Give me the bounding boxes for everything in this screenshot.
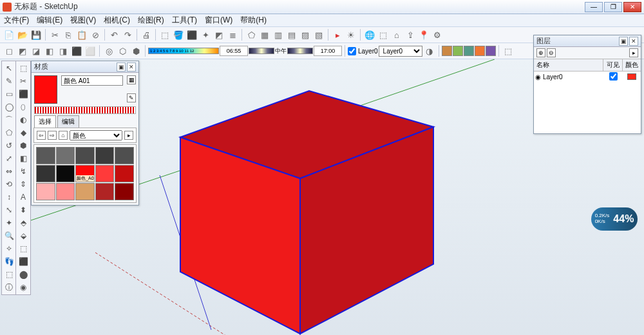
- materials-close-icon[interactable]: ✕: [127, 62, 136, 72]
- style1-icon[interactable]: ◻: [3, 44, 15, 57]
- tool-left_tools1-10[interactable]: ↕: [3, 191, 15, 204]
- tool-left_tools2-2[interactable]: ⬛: [17, 88, 30, 100]
- right-icon[interactable]: ▤: [285, 28, 298, 41]
- left-icon[interactable]: ▧: [312, 28, 325, 41]
- style2-icon[interactable]: ◩: [16, 44, 29, 57]
- tool-left_tools1-9[interactable]: ⟲: [3, 178, 15, 191]
- geo-icon[interactable]: 📍: [417, 28, 430, 41]
- tool-left_tools1-1[interactable]: ✎: [3, 75, 15, 88]
- tool-left_tools2-9[interactable]: ⇕: [17, 178, 30, 191]
- tool-left_tools2-10[interactable]: A: [17, 191, 30, 204]
- material-swatch-6[interactable]: [56, 165, 75, 182]
- print-icon[interactable]: 🖨: [140, 28, 153, 41]
- nav-back-icon[interactable]: ⇦: [37, 131, 46, 140]
- material-swatch-11[interactable]: [56, 183, 75, 200]
- materials-title[interactable]: 材质 ▣ ✕: [32, 61, 138, 73]
- material-swatch-3[interactable]: [95, 147, 115, 164]
- section-icon[interactable]: ◩: [213, 28, 225, 41]
- layers-title[interactable]: 图层 ▣ ✕: [534, 35, 641, 47]
- menu-draw[interactable]: 绘图(R): [138, 15, 164, 26]
- material-swatch-14[interactable]: [115, 183, 134, 200]
- shadow-icon[interactable]: ☀: [345, 28, 357, 41]
- add-layer-icon[interactable]: ⊕: [536, 48, 545, 57]
- undo-icon[interactable]: ↶: [108, 28, 120, 41]
- close-button[interactable]: ✕: [623, 2, 641, 12]
- flag-icon[interactable]: ▸: [331, 28, 344, 41]
- menu-help[interactable]: 帮助(H): [240, 15, 267, 26]
- tool-left_tools1-16[interactable]: ⬚: [3, 268, 15, 281]
- xray-icon[interactable]: ◎: [102, 44, 115, 57]
- extra-icon[interactable]: ⬚: [502, 44, 515, 57]
- redo-icon[interactable]: ↷: [121, 28, 134, 41]
- menu-file[interactable]: 文件(F): [4, 15, 29, 26]
- layers-close-icon[interactable]: ✕: [629, 37, 638, 46]
- cut-icon[interactable]: ✂: [48, 28, 61, 41]
- maximize-button[interactable]: ❐: [604, 2, 622, 12]
- date-timeline[interactable]: 1 2 3 4 5 6 7 8 9 10 11 12: [148, 48, 219, 54]
- material-swatch-12[interactable]: [75, 183, 95, 200]
- tool-left_tools2-8[interactable]: ↯: [17, 165, 30, 178]
- explode-icon[interactable]: ✦: [199, 28, 212, 41]
- color-swatch-4[interactable]: [475, 46, 485, 56]
- color-swatch-1[interactable]: [442, 46, 452, 56]
- style7-icon[interactable]: ⬜: [84, 44, 97, 57]
- paste-icon[interactable]: 📋: [75, 28, 88, 41]
- material-category-select[interactable]: 颜色: [70, 130, 122, 140]
- iso-icon[interactable]: ⬠: [245, 28, 258, 41]
- tool-left_tools2-12[interactable]: ⬘: [17, 216, 30, 229]
- material-swatch-10[interactable]: [36, 183, 55, 200]
- time-start[interactable]: 06:55: [220, 46, 248, 56]
- col-name[interactable]: 名称: [534, 59, 603, 71]
- share-icon[interactable]: ⇪: [404, 28, 417, 41]
- tool-left_tools1-7[interactable]: ⤢: [3, 152, 15, 165]
- top-icon[interactable]: ▦: [258, 28, 271, 41]
- minimize-button[interactable]: —: [585, 2, 603, 12]
- tool-left_tools1-11[interactable]: ⤡: [3, 204, 15, 216]
- tool-left_tools2-7[interactable]: ◧: [17, 152, 30, 165]
- sun-slider-2[interactable]: [287, 48, 313, 54]
- material-swatch-0[interactable]: [36, 147, 55, 164]
- material-swatch-8[interactable]: [95, 165, 115, 182]
- time-end[interactable]: 17:00: [314, 46, 342, 56]
- nav-forward-icon[interactable]: ⇨: [48, 131, 57, 140]
- solid-icon[interactable]: ⬢: [129, 44, 142, 57]
- layer-dropdown[interactable]: Layer0: [379, 46, 422, 57]
- open-icon[interactable]: 📂: [16, 28, 29, 41]
- tool-left_tools2-6[interactable]: ⬢: [17, 139, 30, 152]
- style4-icon[interactable]: ◧: [43, 44, 56, 57]
- material-swatch-9[interactable]: [115, 165, 134, 182]
- copy-icon[interactable]: ⎘: [62, 28, 75, 41]
- nav-home-icon[interactable]: ⌂: [59, 131, 68, 140]
- material-swatch-5[interactable]: [36, 165, 55, 182]
- material-swatch-2[interactable]: [75, 147, 95, 164]
- tool-left_tools2-4[interactable]: ◐: [17, 113, 30, 126]
- tool-left_tools2-1[interactable]: ✂: [17, 75, 30, 88]
- menu-view[interactable]: 视图(V): [70, 15, 96, 26]
- material-name-field[interactable]: 颜色 A01: [61, 75, 123, 86]
- model-icon[interactable]: ⬚: [377, 28, 390, 41]
- material-swatch-1[interactable]: [56, 147, 75, 164]
- tool-left_tools1-12[interactable]: ✦: [3, 216, 15, 229]
- menu-edit[interactable]: 编辑(E): [37, 15, 62, 26]
- layers-menu-icon[interactable]: ▸: [629, 48, 638, 57]
- tool-left_tools1-4[interactable]: ⌒: [3, 113, 15, 126]
- delete-icon[interactable]: ⊘: [89, 28, 102, 41]
- ext-icon[interactable]: ⚙: [431, 28, 444, 41]
- tool-left_tools1-6[interactable]: ↺: [3, 139, 15, 152]
- house-icon[interactable]: ⌂: [390, 28, 403, 41]
- tool-left_tools1-8[interactable]: ⇔: [3, 165, 15, 178]
- color-swatch-2[interactable]: [453, 46, 463, 56]
- material-swatch-7[interactable]: 颜色_A01: [75, 165, 95, 182]
- shadow-checkbox[interactable]: Layer0: [348, 47, 378, 55]
- 3dw-icon[interactable]: 🌐: [363, 28, 376, 41]
- tool-left_tools1-15[interactable]: 👣: [3, 255, 15, 268]
- wire-icon[interactable]: ⬡: [116, 44, 129, 57]
- tool-left_tools1-5[interactable]: ⬠: [3, 126, 15, 139]
- tool-left_tools1-17[interactable]: ⓘ: [3, 281, 15, 294]
- tool-left_tools1-3[interactable]: ◯: [3, 100, 15, 113]
- category-detail-icon[interactable]: ▸: [124, 131, 133, 140]
- sun-slider[interactable]: [249, 48, 274, 54]
- tool-left_tools2-3[interactable]: ⬯: [17, 100, 30, 113]
- tool-left_tools2-11[interactable]: ⬍: [17, 204, 30, 216]
- style5-icon[interactable]: ◨: [57, 44, 70, 57]
